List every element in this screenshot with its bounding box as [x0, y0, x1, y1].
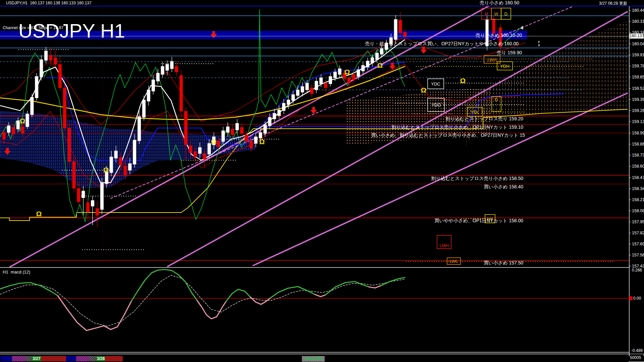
candle: [12, 127, 15, 134]
macd-toggle-button[interactable]: macd ON: [302, 356, 325, 362]
candle: [198, 147, 201, 154]
candle: [222, 131, 225, 141]
macd-main-line: [0, 283, 58, 296]
macd-indicator-label: H1 macd (12): [3, 269, 30, 275]
candle: [133, 140, 136, 164]
candle: [282, 103, 285, 111]
axis-label: 159.785: [632, 64, 644, 68]
buy-omega-icon: Ω: [36, 210, 42, 218]
candle: [143, 100, 146, 117]
axis-label: 157.950: [632, 220, 644, 224]
candle: [63, 88, 66, 128]
candle: [45, 51, 48, 60]
candle: [21, 127, 24, 133]
macd-pane: 0.2660.00-0.489: [0, 268, 643, 353]
candle: [329, 76, 332, 84]
candle: [138, 117, 141, 141]
candle: [3, 132, 6, 139]
axis-label: 158.735: [632, 153, 644, 158]
candle: [156, 73, 159, 81]
buy-omega-icon: Ω: [259, 138, 265, 145]
candle: [296, 90, 299, 96]
candle: [96, 208, 99, 215]
corner-value: 50005: [630, 355, 641, 360]
sell-arrow-icon: [420, 47, 427, 54]
update-timestamp[interactable]: 3/27 06:28 更新: [599, 1, 627, 6]
candle: [333, 72, 336, 78]
candle: [180, 75, 183, 111]
candle: [301, 86, 304, 92]
buy-omega-icon: Ω: [344, 68, 350, 76]
candle: [54, 58, 57, 64]
candle: [35, 76, 38, 98]
candle: [310, 88, 313, 94]
candle: [250, 141, 253, 148]
macd-main-line: [381, 278, 405, 286]
candle: [306, 83, 309, 90]
candle: [72, 162, 75, 188]
candle: [226, 127, 229, 132]
candle: [273, 113, 276, 119]
svg-text:YDC: YDC: [431, 81, 440, 86]
axis-label: 159.390: [632, 97, 644, 102]
axis-label: 158.995: [632, 131, 644, 135]
price-annotation: 割り込むとストップロス売り小さめ 158.50: [431, 176, 523, 181]
macd-main-line: [315, 295, 325, 297]
svg-text:YDO: YDO: [431, 103, 441, 108]
current-price-tag: 160.137: [630, 34, 644, 39]
candle: [100, 183, 103, 209]
macd-main-line: [131, 269, 197, 301]
candle: [259, 132, 262, 138]
candle: [170, 61, 173, 69]
candle: [264, 125, 267, 133]
buy-omega-icon: Ω: [421, 86, 427, 94]
price-annotation: 買い小さめ、割り込むとストップロス売り小さめ、OP27日NYカット 15: [371, 132, 525, 138]
candle: [87, 203, 90, 212]
svg-text:LMH: LMH: [439, 243, 448, 248]
candle: [68, 128, 71, 162]
axis-label: 158.865: [632, 142, 644, 146]
candle: [240, 127, 243, 133]
candle: [376, 53, 379, 60]
macd-main-line: [369, 286, 381, 288]
candle: [347, 78, 351, 83]
axis-label: 158.605: [632, 164, 644, 169]
candle: [128, 164, 131, 170]
axis-label: 159.130: [632, 119, 644, 124]
session-segment: 3/27: [32, 356, 41, 361]
svg-text:0.266: 0.266: [632, 268, 642, 273]
svg-text:D: D: [504, 11, 507, 16]
buy-omega-icon: Ω: [20, 117, 25, 125]
channel-info-label: Channel size = 872 Slope = 16.97: [3, 25, 63, 30]
candle: [26, 114, 29, 127]
candle: [404, 32, 407, 36]
candle: [119, 158, 122, 165]
watermark: USDJPY H1: [18, 20, 125, 42]
candle: [338, 69, 341, 74]
price-chart-canvas[interactable]: USDJPY H1MWDLWHYDHYDCYDOYDLDNYLMHLWLΩΩΩΩ…: [0, 0, 644, 362]
macd-main-line: [270, 287, 315, 298]
macd-main-line: [197, 301, 226, 319]
svg-text:4: 4: [521, 25, 524, 31]
svg-text:YDH: YDH: [500, 64, 509, 69]
candle: [40, 60, 43, 77]
candle: [315, 81, 318, 90]
buy-omega-icon: Ω: [460, 77, 466, 84]
axis-label: 158.210: [632, 197, 644, 202]
price-annotation: 買い小さめ 158.40: [484, 184, 523, 189]
svg-text:3: 3: [538, 44, 540, 47]
session-segment: [89, 356, 97, 361]
candle: [245, 135, 248, 141]
axis-label: 160.045: [632, 42, 644, 46]
macd-main-line: [226, 289, 250, 301]
price-annotation: 買いやや小さめ、OP1日NYカット 158.00: [434, 218, 523, 223]
candle: [175, 66, 178, 72]
session-segment: [12, 356, 25, 361]
svg-text:LWH: LWH: [487, 57, 497, 62]
price-annotation: 割り込むとストップロス売り 159.20: [445, 116, 523, 121]
title-bar[interactable]: USDJPY,H1 160.137 160.139 160.133 160.13…: [0, 0, 644, 6]
axis-label: 158.080: [632, 208, 644, 213]
candle: [152, 80, 155, 91]
candle: [124, 166, 127, 175]
axis-label: 160.440: [632, 8, 644, 13]
